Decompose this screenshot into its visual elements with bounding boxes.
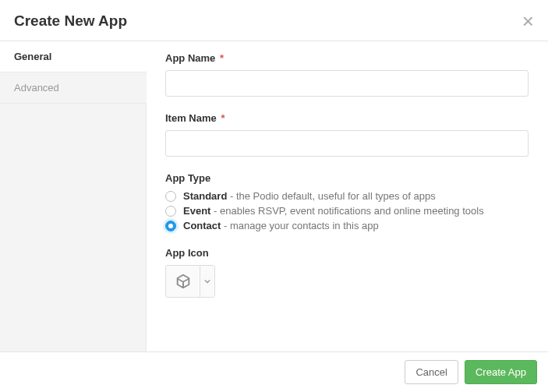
- app-type-radio-group: Standard - the Podio default, useful for…: [165, 190, 529, 231]
- radio-icon: [165, 191, 176, 202]
- radio-option-name: Event: [183, 205, 210, 217]
- app-icon-preview: [166, 266, 200, 297]
- radio-label: Standard - the Podio default, useful for…: [183, 190, 436, 202]
- app-type-label: App Type: [165, 172, 529, 184]
- dialog-header: Create New App ×: [0, 0, 548, 41]
- cancel-button[interactable]: Cancel: [405, 360, 458, 384]
- sidebar-item-advanced[interactable]: Advanced: [0, 72, 147, 104]
- sidebar-item-label: Advanced: [14, 82, 59, 94]
- label-text: Item Name: [165, 112, 217, 124]
- app-icon-label: App Icon: [165, 247, 529, 259]
- field-item-name: Item Name *: [165, 112, 529, 157]
- item-name-input[interactable]: [165, 130, 529, 157]
- dialog-body: General Advanced App Name * Item Name: [0, 41, 548, 351]
- sidebar-filler: [0, 104, 147, 351]
- radio-option-desc: - manage your contacts in this app: [221, 220, 378, 231]
- sidebar: General Advanced: [0, 41, 147, 351]
- app-icon-dropdown-toggle[interactable]: [200, 266, 214, 297]
- create-app-button[interactable]: Create App: [465, 360, 537, 384]
- field-app-icon: App Icon: [165, 247, 529, 298]
- cube-icon: [175, 273, 192, 290]
- field-app-type: App Type Standard - the Podio default, u…: [165, 172, 529, 231]
- form-panel: App Name * Item Name * App Type: [147, 41, 548, 351]
- radio-option-desc: - the Podio default, useful for all type…: [227, 190, 435, 202]
- dialog-footer: Cancel Create App: [0, 351, 548, 392]
- radio-icon: [165, 221, 176, 231]
- required-mark: *: [220, 52, 224, 64]
- required-mark: *: [221, 112, 225, 124]
- radio-option-standard[interactable]: Standard - the Podio default, useful for…: [165, 190, 529, 202]
- create-app-dialog: Create New App × General Advanced App Na…: [0, 0, 548, 392]
- radio-option-event[interactable]: Event - enables RSVP, event notification…: [165, 205, 529, 217]
- radio-option-name: Contact: [183, 220, 221, 231]
- item-name-label: Item Name *: [165, 112, 529, 124]
- label-text: App Name: [165, 52, 215, 64]
- app-name-input[interactable]: [165, 70, 529, 97]
- sidebar-item-general[interactable]: General: [0, 41, 147, 72]
- close-icon[interactable]: ×: [522, 11, 534, 31]
- field-app-name: App Name *: [165, 52, 529, 97]
- radio-label: Contact - manage your contacts in this a…: [183, 220, 379, 231]
- radio-option-desc: - enables RSVP, event notifications and …: [210, 205, 483, 217]
- radio-label: Event - enables RSVP, event notification…: [183, 205, 484, 217]
- radio-icon: [165, 206, 176, 217]
- radio-option-name: Standard: [183, 190, 227, 202]
- sidebar-item-label: General: [14, 51, 51, 62]
- dialog-title: Create New App: [14, 12, 127, 30]
- app-icon-picker[interactable]: [165, 265, 215, 298]
- chevron-down-icon: [204, 278, 210, 284]
- radio-option-contact[interactable]: Contact - manage your contacts in this a…: [165, 220, 529, 231]
- app-name-label: App Name *: [165, 52, 529, 64]
